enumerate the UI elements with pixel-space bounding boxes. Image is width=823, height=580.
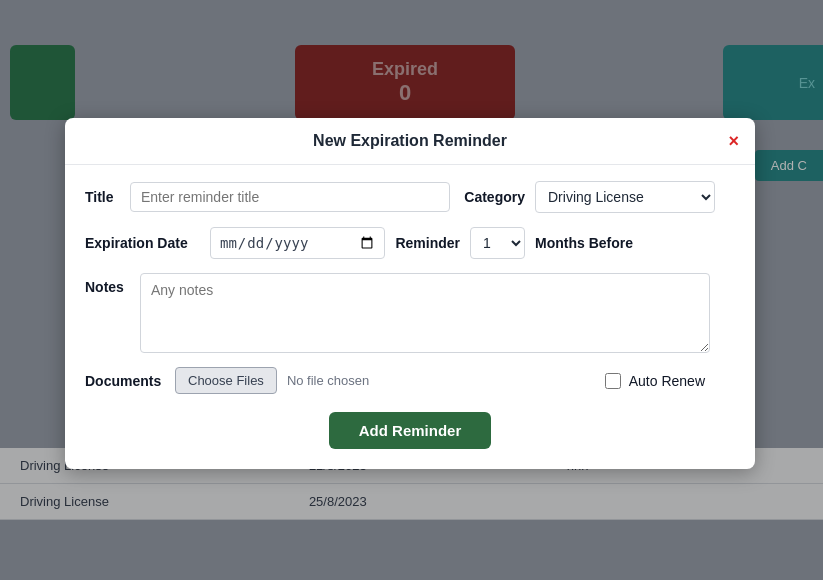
category-label: Category <box>460 189 525 205</box>
auto-renew-label: Auto Renew <box>629 373 705 389</box>
notes-textarea[interactable] <box>140 273 710 353</box>
months-before-label: Months Before <box>535 235 633 251</box>
expiration-label: Expiration Date <box>85 235 200 251</box>
documents-label: Documents <box>85 373 165 389</box>
modal-body: Title Category Driving License Passport … <box>65 165 755 469</box>
modal-title: New Expiration Reminder <box>313 132 507 150</box>
title-input[interactable] <box>130 182 450 212</box>
modal-header: New Expiration Reminder × <box>65 118 755 165</box>
notes-label: Notes <box>85 273 130 295</box>
documents-auto-renew-row: Documents Choose Files No file chosen Au… <box>85 367 735 394</box>
reminder-select[interactable]: 1 2 3 6 12 <box>470 227 525 259</box>
category-select[interactable]: Driving License Passport Insurance Other <box>535 181 715 213</box>
title-label: Title <box>85 189 120 205</box>
title-category-row: Title Category Driving License Passport … <box>85 181 735 213</box>
no-file-label: No file chosen <box>287 373 369 388</box>
expiration-date-input[interactable] <box>210 227 385 259</box>
auto-renew-checkbox[interactable] <box>605 373 621 389</box>
documents-section: Documents Choose Files No file chosen <box>85 367 369 394</box>
auto-renew-section: Auto Renew <box>605 373 705 389</box>
reminder-label: Reminder <box>395 235 460 251</box>
close-button[interactable]: × <box>728 132 739 150</box>
choose-files-button[interactable]: Choose Files <box>175 367 277 394</box>
expiration-reminder-row: Expiration Date Reminder 1 2 3 6 12 Mont… <box>85 227 735 259</box>
new-expiration-reminder-modal: New Expiration Reminder × Title Category… <box>65 118 755 469</box>
add-reminder-button[interactable]: Add Reminder <box>329 412 492 449</box>
notes-row: Notes <box>85 273 735 353</box>
